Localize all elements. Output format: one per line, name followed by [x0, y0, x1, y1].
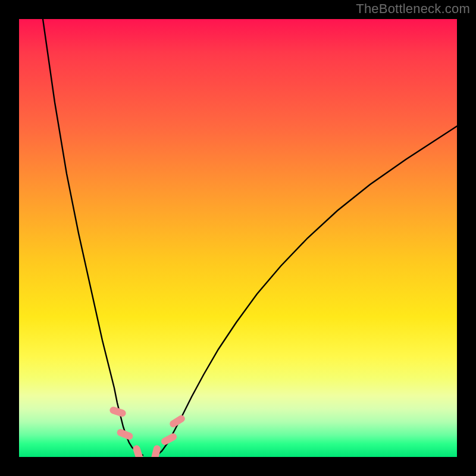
- chart-frame: TheBottleneck.com: [0, 0, 476, 476]
- marker-right-lower: [160, 432, 178, 446]
- curve-layer: [19, 19, 457, 457]
- marker-bottom-left: [132, 444, 144, 457]
- marker-bottom-right: [151, 444, 161, 457]
- watermark-text: TheBottleneck.com: [356, 1, 470, 17]
- curve-left-branch: [43, 19, 143, 455]
- plot-area: [19, 19, 457, 457]
- curve-right-branch: [157, 126, 457, 455]
